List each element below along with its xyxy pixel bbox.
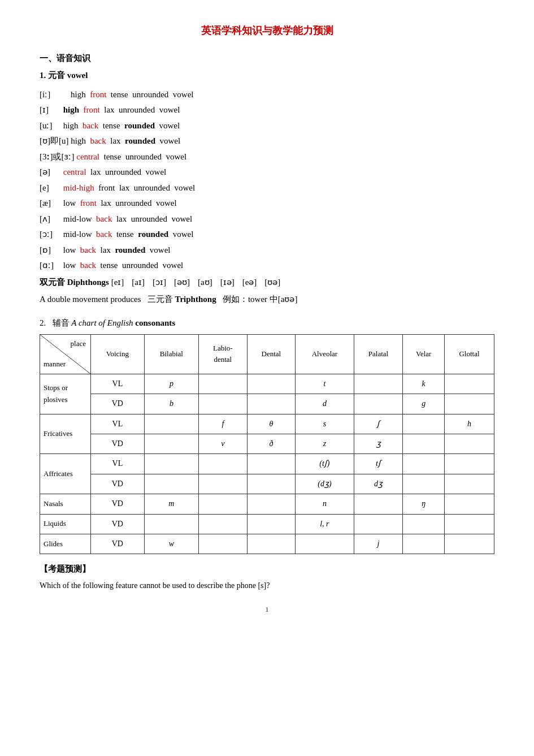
vowel-symbol: [ʊ]即[u] [40,134,68,149]
table-row: VD(dʒ)dʒ [40,474,494,494]
table-cell [144,474,198,494]
vowel-line: [ɔː] mid-low back tense rounded vowel [40,227,494,242]
vowel-feature: lax [90,167,101,176]
table-row: Stops orplosivesVLptk [40,374,494,394]
table-cell [199,474,248,494]
table-cell [247,474,296,494]
vowel-feature: high [71,136,86,145]
consonant-label-zh: 辅音 [53,318,72,327]
table-cell [247,374,296,394]
table-cell [247,494,296,514]
vowel-feature: vowel [146,167,167,176]
table-col-header: Palatal [354,334,403,374]
vowel-line: [ɑː] low back tense unrounded vowel [40,258,494,273]
kaoti-header: 【考题预测】 [40,562,494,576]
vowel-feature: back [80,245,96,254]
kaoti-question: Which of the following feature cannot be… [40,579,494,593]
vowel-feature: back [96,214,112,223]
vowel-feature: back [83,121,98,130]
diphthong-item: [ɪə] [220,278,235,287]
manner-cell: Nasals [40,494,91,514]
vowel-line: [e] mid-high front lax unrounded vowel [40,181,494,196]
table-cell [247,534,296,554]
table-cell [445,474,494,494]
table-col-header: Velar [403,334,445,374]
table-cell: VD [91,514,145,534]
vowel-symbol: [3ː]或[ɜː] [40,150,74,165]
vowel-symbol: [ɪ] [40,103,61,118]
table-cell [199,514,248,534]
vowel-feature: vowel [174,183,195,192]
kaoti-section: 【考题预测】 Which of the following feature ca… [40,562,494,593]
vowel-feature: vowel [159,136,180,145]
diphthong-label: 双元音 [40,278,67,287]
place-label: place [71,338,86,350]
table-cell [445,434,494,453]
diphthong-item: [ʊə] [264,278,280,287]
vowel-feature: unrounded [132,90,168,99]
vowel-feature: vowel [159,105,180,114]
table-cell [199,534,248,554]
table-row: VDvðzʒ [40,434,494,453]
table-cell [354,394,403,414]
table-cell: VL [91,374,145,394]
table-cell [144,454,198,474]
vowel-section: [iː] high front tense unrounded vowel[ɪ]… [40,88,494,306]
manner-cell: Glides [40,534,91,554]
vowel-feature: high [63,121,79,130]
vowel-feature: mid-high [63,183,94,192]
diphthong-line: 双元音 双元音 DiphthongsDiphthongs [eɪ][aɪ][ɔɪ… [40,275,494,289]
vowel-symbol: [ə] [40,165,61,180]
page-title: 英语学科知识与教学能力预测 [40,23,494,39]
table-cell [445,514,494,534]
vowel-feature: vowel [173,90,194,99]
table-cell: k [403,374,445,394]
table-cell [247,514,296,534]
vowel-feature: front [90,90,106,99]
table-cell [144,514,198,534]
vowel-line: [uː] high back tense rounded vowel [40,119,494,133]
table-cell: t [296,374,354,394]
table-cell: tʃ [354,454,403,474]
table-cell: l, r [296,514,354,534]
vowel-feature: high [71,90,86,99]
vowel-symbol: [ɒ] [40,243,61,258]
consonant-title: 2. 辅音 A chart of English consonants [40,316,494,330]
vowel-feature: mid-low [63,214,92,223]
table-cell: b [144,394,198,414]
vowel-feature: tense [116,230,134,239]
vowel-feature: lax [119,183,129,192]
triphthong-prefix: A double movement produces [40,295,141,304]
vowel-feature: unrounded [125,152,162,161]
table-cell: VD [91,474,145,494]
table-cell: θ [247,414,296,434]
vowel-feature: unrounded [119,105,155,114]
triphthong-line: A double movement produces 三元音 Triphthon… [40,292,494,306]
table-cell [445,374,494,394]
manner-cell: Fricatives [40,414,91,454]
table-cell [354,374,403,394]
table-cell [403,454,445,474]
vowel-feature: high [63,105,79,114]
vowel-line: [3ː]或[ɜː] central tense unrounded vowel [40,150,494,165]
table-cell [445,394,494,414]
diphthong-item: [əʊ] [174,278,190,287]
vowel-symbol: [ʌ] [40,212,61,227]
vowel-feature: lax [101,245,111,254]
table-cell: VD [91,494,145,514]
consonant-table: place manner VoicingBilabialLabio-dental… [40,334,494,555]
table-cell [403,434,445,453]
vowel-feature: vowel [173,230,194,239]
vowel-feature: low [63,198,76,208]
table-row: VDbdg [40,394,494,414]
table-cell [199,494,248,514]
table-cell [354,494,403,514]
triphthong-zh: 三元音 [147,295,175,304]
table-cell: f [199,414,248,434]
vowel-feature: mid-low [63,230,92,239]
table-cell: d [296,394,354,414]
table-col-header: Bilabial [144,334,198,374]
table-cell: ʒ [354,434,403,453]
triphthong-example: 例如：tower 中[aʊə] [223,295,298,304]
table-cell: v [199,434,248,453]
